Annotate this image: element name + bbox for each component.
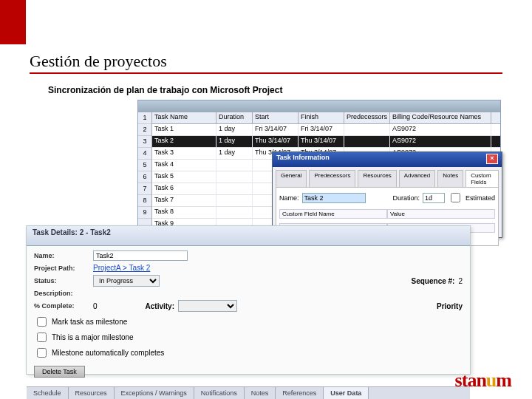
status-label: Status: (34, 277, 89, 284)
pct-complete-label: % Complete: (34, 302, 89, 310)
col-field-value: Value (387, 209, 495, 219)
dialog-title: Task Information (276, 154, 330, 166)
row-num[interactable]: 9 (138, 207, 151, 219)
milestone-label: Mark task as milestone (52, 318, 127, 326)
grid-header: Task Name Duration Start Finish Predeces… (152, 112, 500, 124)
project-path-link[interactable]: ProjectA > Task 2 (93, 264, 150, 272)
col-field-name: Custom Field Name (279, 209, 387, 219)
page-title: Gestión de proyectos (30, 52, 167, 71)
sequence-value: 2 (458, 277, 463, 285)
row-num[interactable]: 8 (138, 195, 151, 207)
tab-notifications[interactable]: Notifications (194, 387, 245, 399)
title-divider (30, 72, 502, 74)
tab-predecessors[interactable]: Predecessors (309, 170, 355, 187)
activity-select[interactable] (178, 300, 237, 312)
task-name-field[interactable] (93, 250, 188, 261)
milestone-checkbox[interactable] (37, 317, 47, 327)
table-row[interactable]: Task 21 dayThu 3/14/07Thu 3/14/07AS9072 (152, 136, 500, 148)
tab-exceptions[interactable]: Exceptions / Warnings (115, 387, 194, 399)
brand-accent-bar (0, 0, 26, 44)
activity-label: Activity: (146, 302, 174, 310)
brand-logo: stanum (455, 369, 511, 392)
name-label: Name: (279, 194, 299, 202)
task-details-panel: Task Details: 2 - Task2 Name: Project Pa… (26, 225, 471, 375)
auto-complete-checkbox[interactable] (37, 348, 47, 358)
task-details-title: Task Details: 2 - Task2 (27, 226, 470, 246)
auto-complete-label: Milestone automatically completes (52, 349, 164, 357)
tab-advanced[interactable]: Advanced (399, 170, 436, 187)
msproject-toolbar[interactable] (138, 100, 500, 112)
col-task-name[interactable]: Task Name (152, 112, 216, 123)
page-subtitle: Sincronización de plan de trabajo con Mi… (48, 85, 282, 95)
col-start[interactable]: Start (253, 112, 299, 123)
major-milestone-checkbox[interactable] (37, 332, 47, 342)
row-num[interactable]: 2 (138, 124, 151, 136)
priority-label: Priority (437, 302, 463, 310)
row-num[interactable]: 6 (138, 171, 151, 183)
tab-user-data[interactable]: User Data (324, 387, 369, 399)
row-number-gutter: 1 2 3 4 5 6 7 8 9 (138, 112, 152, 231)
row-num[interactable]: 3 (138, 136, 151, 148)
tab-notes[interactable]: Notes (437, 170, 463, 187)
pct-complete-value: 0 (93, 302, 98, 310)
status-select[interactable]: In Progress (93, 275, 160, 287)
tab-general[interactable]: General (276, 170, 307, 187)
row-num[interactable]: 1 (138, 112, 151, 124)
delete-task-button[interactable]: Delete Task (34, 366, 85, 378)
sequence-label: Sequence #: (412, 277, 455, 285)
tab-schedule[interactable]: Schedule (27, 387, 69, 399)
col-predecessors[interactable]: Predecessors (344, 112, 390, 123)
tab-references[interactable]: References (276, 387, 324, 399)
col-duration[interactable]: Duration (216, 112, 253, 123)
row-num[interactable]: 7 (138, 183, 151, 195)
task-name-input[interactable] (302, 193, 366, 203)
name-label: Name: (34, 252, 89, 259)
description-label: Description: (34, 290, 89, 297)
row-num[interactable]: 4 (138, 148, 151, 160)
tab-resources[interactable]: Resources (69, 387, 115, 399)
col-finish[interactable]: Finish (299, 112, 344, 123)
estimated-label: Estimated (466, 194, 495, 202)
duration-input[interactable] (423, 193, 445, 203)
duration-label: Duration: (392, 194, 420, 202)
row-num[interactable]: 5 (138, 160, 151, 171)
close-icon[interactable]: × (486, 154, 498, 164)
tab-notes[interactable]: Notes (245, 387, 276, 399)
project-path-label: Project Path: (34, 265, 89, 272)
table-row[interactable]: Task 11 dayFri 3/14/07Fri 3/14/07AS9072 (152, 124, 500, 136)
tab-custom-fields[interactable]: Custom Fields (466, 170, 499, 187)
major-milestone-label: This is a major milestone (52, 333, 134, 341)
col-billing[interactable]: Billing Code/Resource Names (390, 112, 491, 123)
tab-resources[interactable]: Resources (358, 170, 396, 187)
estimated-checkbox[interactable] (451, 193, 460, 202)
